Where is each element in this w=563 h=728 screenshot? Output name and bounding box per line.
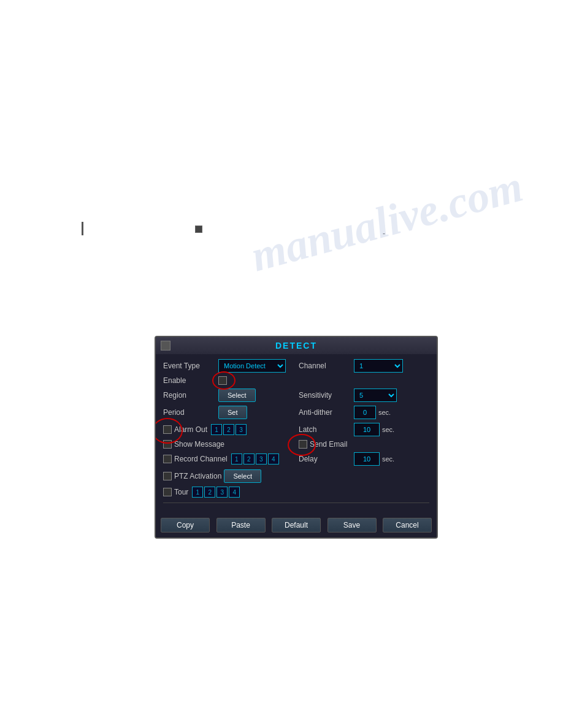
channel-label: Channel xyxy=(299,362,354,370)
tour-ch3[interactable]: 3 xyxy=(216,487,228,498)
ptz-activation-label: PTZ Activation xyxy=(174,472,221,480)
channel-dropdown[interactable]: 1234 xyxy=(354,359,403,373)
enable-checkbox[interactable] xyxy=(218,376,227,385)
row-showmsg-sendemail: Show Message Send Email xyxy=(163,440,429,449)
alarm-out-checkbox[interactable] xyxy=(163,425,172,434)
anti-dither-input[interactable] xyxy=(354,406,376,419)
row-region-sensitivity: Region Select Sensitivity 123456 xyxy=(163,389,429,402)
period-set-button[interactable]: Set xyxy=(218,406,247,419)
alarm-out-ch3[interactable]: 3 xyxy=(236,424,247,435)
dialog-title-icon xyxy=(161,341,170,351)
anti-dither-unit: sec. xyxy=(378,409,391,416)
dialog-title-text: DETECT xyxy=(275,341,317,351)
watermark: manualive.com xyxy=(246,161,528,282)
paste-button[interactable]: Paste xyxy=(216,518,266,533)
enable-label: Enable xyxy=(163,376,218,385)
record-ch1[interactable]: 1 xyxy=(231,453,242,464)
tour-label: Tour xyxy=(174,488,188,496)
sensitivity-dropdown[interactable]: 123456 xyxy=(354,389,397,402)
period-label: Period xyxy=(163,408,218,417)
event-type-dropdown[interactable]: Motion Detect Video Loss Camera Masking xyxy=(218,359,286,373)
send-email-label: Send Email xyxy=(310,440,347,449)
delay-unit: sec. xyxy=(382,455,394,463)
show-message-checkbox[interactable] xyxy=(163,440,172,449)
alarm-out-ch2[interactable]: 2 xyxy=(223,424,234,435)
top-line-decoration xyxy=(82,222,83,235)
event-type-label: Event Type xyxy=(163,362,218,370)
bottom-buttons-row: Copy Paste Default Save Cancel xyxy=(156,514,437,537)
delay-input[interactable] xyxy=(354,452,380,466)
detect-dialog: DETECT Event Type Motion Detect Video Lo… xyxy=(155,336,438,539)
record-ch4[interactable]: 4 xyxy=(268,453,279,464)
show-message-label: Show Message xyxy=(174,440,224,449)
row-enable: Enable xyxy=(163,376,429,385)
record-channel-checkbox[interactable] xyxy=(163,455,172,463)
dialog-body: Event Type Motion Detect Video Loss Came… xyxy=(156,354,437,514)
dialog-titlebar: DETECT xyxy=(156,337,437,354)
row-ptz: PTZ Activation Select xyxy=(163,469,429,483)
tour-checkbox[interactable] xyxy=(163,488,172,496)
top-small-icon xyxy=(195,226,202,233)
cancel-button[interactable]: Cancel xyxy=(383,518,432,533)
tour-ch1[interactable]: 1 xyxy=(192,487,203,498)
delay-label: Delay xyxy=(299,455,354,463)
anti-dither-label: Anti-dither xyxy=(299,408,354,417)
alarm-out-label: Alarm Out xyxy=(174,425,207,434)
region-select-button[interactable]: Select xyxy=(218,389,256,402)
save-button[interactable]: Save xyxy=(327,518,377,533)
latch-input[interactable] xyxy=(354,423,380,436)
region-label: Region xyxy=(163,391,218,400)
row-alarmout-latch: Alarm Out 1 2 3 Latch sec. xyxy=(163,423,429,436)
record-channel-label: Record Channel xyxy=(174,455,228,463)
row-tour: Tour 1 2 3 4 xyxy=(163,487,429,498)
tour-ch2[interactable]: 2 xyxy=(204,487,215,498)
ptz-activation-checkbox[interactable] xyxy=(163,472,172,480)
row-period-antidither: Period Set Anti-dither sec. xyxy=(163,406,429,419)
bottom-divider xyxy=(163,502,429,503)
row-event-type-channel: Event Type Motion Detect Video Loss Came… xyxy=(163,359,429,373)
sensitivity-label: Sensitivity xyxy=(299,391,354,400)
record-ch3[interactable]: 3 xyxy=(256,453,267,464)
tour-ch4[interactable]: 4 xyxy=(229,487,240,498)
alarm-out-ch1[interactable]: 1 xyxy=(211,424,222,435)
ptz-select-button[interactable]: Select xyxy=(224,469,261,483)
latch-unit: sec. xyxy=(382,426,394,433)
dash-decoration: - xyxy=(383,229,385,238)
record-ch2[interactable]: 2 xyxy=(243,453,255,464)
send-email-checkbox[interactable] xyxy=(299,440,307,449)
default-button[interactable]: Default xyxy=(272,518,321,533)
latch-label: Latch xyxy=(299,425,354,434)
row-recordchannel-delay: Record Channel 1 2 3 4 Delay sec. xyxy=(163,452,429,466)
copy-button[interactable]: Copy xyxy=(161,518,210,533)
